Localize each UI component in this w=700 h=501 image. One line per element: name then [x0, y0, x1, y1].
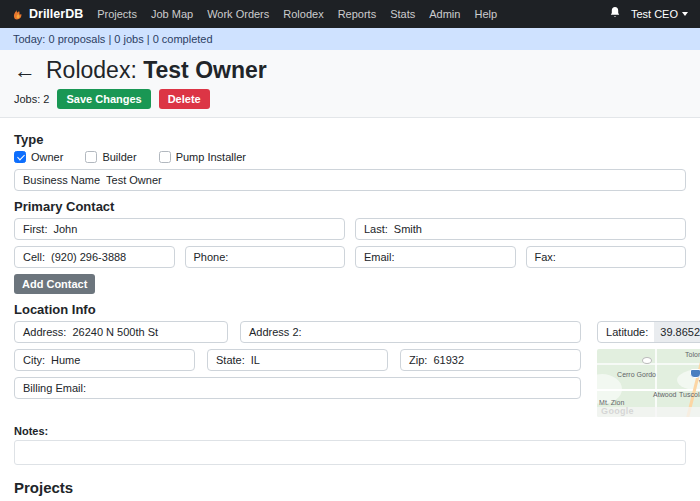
phone-group: Phone: [185, 246, 346, 268]
nav-item-job-map[interactable]: Job Map [151, 8, 193, 20]
notes-textarea[interactable] [14, 440, 686, 465]
business-name-group: Business Name [14, 169, 686, 191]
nav-item-rolodex[interactable]: Rolodex [283, 8, 323, 20]
email-input[interactable] [401, 247, 515, 267]
builder-checkbox-label: Builder [102, 151, 136, 163]
owner-checkbox-label: Owner [31, 151, 63, 163]
cell-label: Cell: [15, 251, 51, 263]
city-group: City: [14, 349, 195, 371]
add-contact-button[interactable]: Add Contact [14, 274, 95, 294]
page-header: ← Rolodex: Test Owner Jobs: 2 Save Chang… [0, 50, 700, 118]
pump-installer-checkbox-label: Pump Installer [176, 151, 246, 163]
pump-installer-checkbox-box[interactable] [159, 151, 171, 163]
interstate-shield-icon [690, 369, 700, 378]
today-summary-bar: Today: 0 proposals | 0 jobs | 0 complete… [0, 28, 700, 50]
type-options: Owner Builder Pump Installer [14, 151, 686, 163]
delete-button[interactable]: Delete [159, 89, 210, 109]
latitude-group: Latitude: [597, 321, 700, 343]
primary-contact-heading: Primary Contact [14, 199, 686, 214]
city-label: City: [15, 354, 51, 366]
map-town-label: Tuscola [679, 391, 700, 398]
jobs-count: Jobs: 2 [14, 93, 49, 105]
address2-label: Address 2: [241, 326, 308, 338]
last-name-group: Last: [355, 218, 686, 240]
address-group: Address: [14, 321, 228, 343]
first-name-group: First: [14, 218, 345, 240]
first-name-input[interactable] [53, 219, 344, 239]
zip-group: Zip: [400, 349, 581, 371]
brand-name: DrillerDB [29, 7, 83, 21]
zip-input[interactable] [433, 350, 580, 370]
state-input[interactable] [251, 350, 387, 370]
billing-email-label: Billing Email: [15, 382, 92, 394]
save-changes-button[interactable]: Save Changes [57, 89, 150, 109]
checkbox-builder[interactable]: Builder [85, 151, 136, 163]
address2-input[interactable] [308, 322, 581, 342]
checkbox-owner[interactable]: Owner [14, 151, 63, 163]
last-name-input[interactable] [394, 219, 685, 239]
business-name-label: Business Name [15, 174, 106, 186]
nav-menu: Projects Job Map Work Orders Rolodex Rep… [97, 8, 595, 20]
back-button[interactable]: ← [14, 60, 36, 82]
first-name-label: First: [15, 223, 53, 235]
state-group: State: [207, 349, 388, 371]
map-town-label: Atwood [653, 391, 676, 398]
map-town-label: Mt. Zion [599, 399, 624, 406]
fax-label: Fax: [527, 251, 562, 263]
map-town-label: Tolono [685, 351, 700, 358]
nav-item-stats[interactable]: Stats [390, 8, 415, 20]
projects-heading: Projects [14, 479, 686, 496]
flame-icon [12, 5, 24, 24]
latitude-label: Latitude: [598, 326, 654, 338]
phone-input[interactable] [234, 247, 344, 267]
business-name-input[interactable] [106, 170, 685, 190]
cell-group: Cell: [14, 246, 175, 268]
address2-group: Address 2: [240, 321, 581, 343]
notes-label: Notes: [14, 425, 686, 437]
nav-item-help[interactable]: Help [474, 8, 497, 20]
builder-checkbox-box[interactable] [85, 151, 97, 163]
city-input[interactable] [51, 350, 194, 370]
brand-logo[interactable]: DrillerDB [12, 5, 83, 24]
state-label: State: [208, 354, 251, 366]
latitude-input[interactable] [654, 322, 700, 342]
top-navbar: DrillerDB Projects Job Map Work Orders R… [0, 0, 700, 28]
user-menu[interactable]: Test CEO [631, 8, 688, 20]
today-summary-text: Today: 0 proposals | 0 jobs | 0 complete… [13, 33, 213, 45]
page-title-name: Test Owner [143, 57, 267, 83]
user-name: Test CEO [631, 8, 678, 20]
type-heading: Type [14, 132, 686, 147]
email-group: Email: [355, 246, 516, 268]
address-label: Address: [15, 326, 72, 338]
nav-item-reports[interactable]: Reports [338, 8, 377, 20]
checkbox-pump-installer[interactable]: Pump Installer [159, 151, 246, 163]
chevron-down-icon [682, 12, 688, 16]
page-title: Rolodex: Test Owner [46, 57, 267, 84]
nav-item-projects[interactable]: Projects [97, 8, 137, 20]
owner-checkbox-box[interactable] [14, 151, 26, 163]
map-attribution-bar: Keyboard shortcuts Map data ©2024 Google… [597, 407, 700, 417]
map-town-label: Cerro Gordo [617, 371, 656, 378]
location-info-heading: Location Info [14, 302, 686, 317]
page-title-prefix: Rolodex: [46, 57, 137, 83]
phone-label: Phone: [186, 251, 235, 263]
google-map[interactable]: Cerro Gordo Tolono Villa Grove Georgetow… [597, 349, 700, 417]
fax-group: Fax: [526, 246, 687, 268]
email-label: Email: [356, 251, 401, 263]
billing-email-input[interactable] [92, 378, 580, 398]
address-input[interactable] [72, 322, 227, 342]
bell-icon[interactable] [609, 5, 621, 23]
nav-item-admin[interactable]: Admin [429, 8, 460, 20]
main-content: Type Owner Builder Pump Installer Busine… [0, 118, 700, 501]
cell-input[interactable] [51, 247, 173, 267]
zip-label: Zip: [401, 354, 433, 366]
billing-email-group: Billing Email: [14, 377, 581, 399]
fax-input[interactable] [562, 247, 685, 267]
nav-item-work-orders[interactable]: Work Orders [207, 8, 269, 20]
last-name-label: Last: [356, 223, 394, 235]
